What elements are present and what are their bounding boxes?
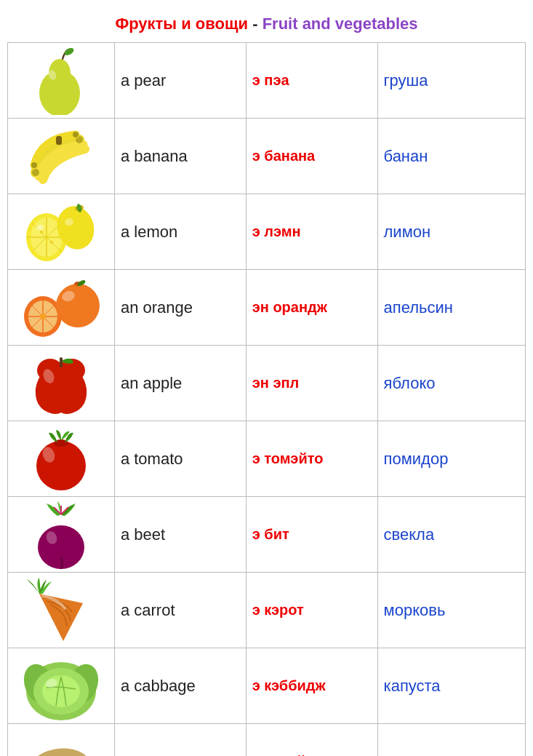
cell-transcription-banana: э банана: [246, 119, 377, 194]
cell-russian-orange: апельсин: [377, 270, 525, 346]
cell-english-tomato: a tomato: [114, 421, 246, 497]
cell-english-potato: a potato: [114, 724, 246, 757]
table-row: a pearэ пэагруша: [8, 43, 526, 119]
cell-image-banana: [8, 119, 115, 194]
beet-icon: [21, 500, 101, 569]
cell-transcription-apple: эн эпл: [246, 346, 377, 421]
lemon-icon: [21, 197, 101, 266]
cell-russian-beet: свекла: [377, 497, 525, 573]
cell-transcription-pear: э пэа: [246, 43, 377, 119]
tomato-icon: [21, 424, 101, 493]
table-row: an appleэн эпляблоко: [8, 346, 526, 421]
title-english: Fruit and vegetables: [263, 15, 418, 33]
cell-russian-potato: картошка: [377, 724, 525, 757]
cell-image-orange: [8, 270, 115, 346]
svg-point-0: [63, 47, 75, 57]
cell-english-cabbage: a cabbage: [114, 648, 246, 724]
table-row: a cabbageэ кэббиджкапуста: [8, 648, 526, 724]
svg-point-16: [50, 241, 53, 244]
cell-image-pear: [8, 43, 115, 119]
cell-transcription-orange: эн орандж: [246, 270, 377, 346]
svg-point-7: [73, 132, 79, 138]
table-row: a bananaэ бананабанан: [8, 119, 526, 194]
cell-transcription-carrot: э кэрот: [246, 573, 377, 648]
apple-icon: [21, 349, 101, 418]
table-row: a tomatoэ томэйтопомидор: [8, 421, 526, 497]
cell-image-lemon: [8, 194, 115, 270]
cell-english-apple: an apple: [114, 346, 246, 421]
cell-image-cabbage: [8, 648, 115, 724]
pear-icon: [21, 46, 101, 115]
cell-transcription-tomato: э томэйто: [246, 421, 377, 497]
cell-russian-lemon: лимон: [377, 194, 525, 270]
svg-point-49: [42, 675, 80, 707]
cell-transcription-cabbage: э кэббидж: [246, 648, 377, 724]
cabbage-icon: [21, 651, 101, 720]
svg-point-4: [32, 169, 39, 176]
cell-english-carrot: a carrot: [114, 573, 246, 648]
page-title: Фрукты и овощи - Fruit and vegetables: [7, 7, 526, 42]
cell-transcription-potato: э потэйто: [246, 724, 377, 757]
svg-rect-8: [56, 136, 62, 145]
table-row: a beetэ битсвекла: [8, 497, 526, 573]
table-row: a potatoэ потэйтокартошка: [8, 724, 526, 757]
banana-icon: [21, 122, 101, 191]
cell-english-pear: a pear: [114, 43, 246, 119]
cell-image-beet: [8, 497, 115, 573]
svg-point-15: [40, 231, 43, 234]
cell-russian-cabbage: капуста: [377, 648, 525, 724]
cell-russian-pear: груша: [377, 43, 525, 119]
svg-point-6: [31, 162, 37, 168]
cell-english-beet: a beet: [114, 497, 246, 573]
cell-russian-tomato: помидор: [377, 421, 525, 497]
cell-image-tomato: [8, 421, 115, 497]
cell-russian-banana: банан: [377, 119, 525, 194]
cell-russian-carrot: морковь: [377, 573, 525, 648]
potato-icon: [21, 727, 101, 756]
vocabulary-table: a pearэ пэагруша a bananaэ бананабанан: [7, 42, 526, 756]
table-row: an orangeэн оранджапельсин: [8, 270, 526, 346]
cell-english-lemon: a lemon: [114, 194, 246, 270]
cell-image-apple: [8, 346, 115, 421]
cell-transcription-lemon: э лэмн: [246, 194, 377, 270]
table-row: a carrotэ кэротморковь: [8, 573, 526, 648]
title-russian: Фрукты и овощи: [115, 15, 248, 33]
table-row: a lemonэ лэмнлимон: [8, 194, 526, 270]
carrot-icon: [21, 576, 101, 645]
cell-image-carrot: [8, 573, 115, 648]
svg-point-51: [23, 744, 95, 756]
svg-point-37: [36, 441, 86, 490]
svg-rect-35: [60, 357, 63, 367]
cell-image-potato: [8, 724, 115, 757]
cell-english-orange: an orange: [114, 270, 246, 346]
svg-point-29: [56, 284, 100, 327]
cell-russian-apple: яблоко: [377, 346, 525, 421]
cell-english-banana: a banana: [114, 119, 246, 194]
svg-point-28: [40, 314, 46, 319]
orange-icon: [21, 273, 101, 342]
cell-transcription-beet: э бит: [246, 497, 377, 573]
